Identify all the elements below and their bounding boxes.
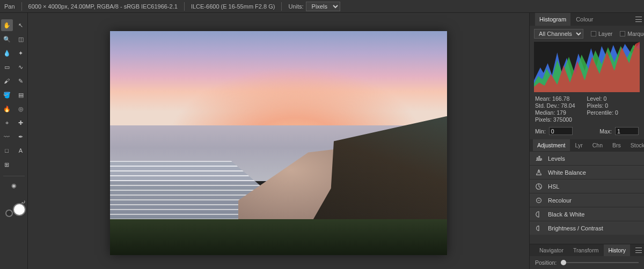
fill-tool[interactable]: 🪣 xyxy=(1,89,13,101)
document-image xyxy=(110,31,447,255)
adjustment-label: HSL xyxy=(548,183,559,190)
max-label: Max: xyxy=(599,128,612,134)
histogram-options: All Channels Layer Marquee xyxy=(530,26,644,42)
background-color[interactable] xyxy=(5,210,13,217)
units-label: Units: xyxy=(288,3,303,10)
smudge-tool[interactable]: 〰 xyxy=(1,131,13,143)
tab-brushes[interactable]: Brs xyxy=(608,139,625,151)
adjustment-label: Brightness / Contrast xyxy=(548,225,603,231)
brush-tool[interactable]: 🖌 xyxy=(1,75,13,87)
divider xyxy=(3,176,25,176)
adjustment-levels[interactable]: Levels xyxy=(530,151,644,165)
tab-layers[interactable]: Lyr xyxy=(571,139,587,151)
heal-tool[interactable]: ✚ xyxy=(15,117,27,129)
auto-tool[interactable]: ✦ xyxy=(15,47,27,59)
tab-adjustment[interactable]: Adjustment xyxy=(533,139,570,151)
adjustment-label: White Balance xyxy=(548,169,586,176)
adjustment-list: LevelsWhite BalanceHSLRecolourBlack & Wh… xyxy=(530,151,644,244)
zoom-tool[interactable]: 🔍 xyxy=(1,33,13,45)
burn-tool[interactable]: 🔥 xyxy=(1,103,13,115)
history-panel-tabs: Navigator Transform History xyxy=(530,244,644,256)
clone-tool[interactable]: ⌖ xyxy=(1,117,13,129)
context-bar: Pan 6000 × 4000px, 24.00MP, RGBA/8 - sRG… xyxy=(0,0,644,13)
gradient-tool[interactable]: ▤ xyxy=(15,89,27,101)
recolour-icon xyxy=(535,197,543,204)
hsl-icon xyxy=(535,183,543,190)
adjustment-label: Levels xyxy=(548,155,565,162)
max-input[interactable] xyxy=(615,127,639,135)
tab-history[interactable]: History xyxy=(604,244,630,256)
divider xyxy=(21,2,22,11)
adjustment-brightness-contrast[interactable]: Brightness / Contrast xyxy=(530,221,644,235)
position-label: Position: xyxy=(535,259,557,266)
histogram-range: Min: Max: xyxy=(530,125,644,139)
hand-tool[interactable]: ✋ xyxy=(1,19,13,31)
bottom-panel: Navigator Transform History Position: xyxy=(530,244,644,269)
move-tool[interactable]: ↖ xyxy=(15,19,27,31)
brightness-contrast-icon xyxy=(535,225,543,232)
tab-channels[interactable]: Chn xyxy=(588,139,607,151)
canvas-area[interactable] xyxy=(28,13,529,269)
tab-stock[interactable]: Stock xyxy=(626,139,644,151)
color-wells: ⤾ xyxy=(2,199,26,218)
divider xyxy=(184,2,185,11)
panel-menu-icon[interactable] xyxy=(635,248,642,253)
tab-navigator[interactable]: Navigator xyxy=(535,244,568,256)
layer-checkbox[interactable]: Layer xyxy=(591,31,612,37)
min-input[interactable] xyxy=(549,127,573,135)
white-balance-icon xyxy=(535,169,543,176)
crop-tool[interactable]: ◫ xyxy=(15,33,27,45)
tab-colour[interactable]: Colour xyxy=(572,13,597,26)
adjustment-black-white[interactable]: Black & White xyxy=(530,207,644,221)
histogram-panel-tabs: Histogram Colour xyxy=(530,13,644,26)
histogram-graph: ⚠ xyxy=(534,42,640,92)
image-info: 6000 × 4000px, 24.00MP, RGBA/8 - sRGB IE… xyxy=(28,3,178,10)
histogram-stats: Mean: 166.78 Level: 0 Std. Dev.: 78.04 P… xyxy=(530,94,644,125)
current-tool-label: Pan xyxy=(4,3,15,10)
adjustment-label: Black & White xyxy=(548,211,584,218)
eyedropper-tool[interactable]: 💧 xyxy=(1,47,13,59)
units-dropdown[interactable]: Pixels xyxy=(306,2,340,11)
adjustment-white-balance[interactable]: White Balance xyxy=(530,165,644,179)
foreground-color[interactable] xyxy=(13,203,26,216)
mesh-tool[interactable]: ⊞ xyxy=(1,159,13,170)
sponge-tool[interactable]: ◎ xyxy=(15,103,27,115)
black-white-icon xyxy=(535,211,543,218)
blank-tool[interactable] xyxy=(15,159,27,170)
adjustment-panel-tabs: Adjustment Lyr Chn Brs Stock xyxy=(530,139,644,151)
toolbox: ✋↖🔍◫💧✦▭∿🖌✎🪣▤🔥◎⌖✚〰✒□A⊞ ◉ ⤾ xyxy=(0,13,28,269)
camera-info: ILCE-6600 (E 16-55mm F2.8 G) xyxy=(191,3,275,10)
min-label: Min: xyxy=(535,128,546,134)
quick-mask[interactable]: ◉ xyxy=(8,180,20,191)
marquee-tool[interactable]: ▭ xyxy=(1,61,13,73)
tab-histogram[interactable]: Histogram xyxy=(535,13,570,26)
history-position-row: Position: xyxy=(530,256,644,269)
text-tool[interactable]: A xyxy=(15,145,27,156)
divider xyxy=(281,2,282,11)
adjustment-hsl[interactable]: HSL xyxy=(530,179,644,193)
pen-tool[interactable]: ✒ xyxy=(15,131,27,143)
right-panel-stack: Histogram Colour All Channels Layer Marq… xyxy=(529,13,644,269)
channel-dropdown[interactable]: All Channels xyxy=(534,29,583,39)
tab-transform[interactable]: Transform xyxy=(569,244,603,256)
history-slider[interactable] xyxy=(561,262,639,263)
adjustment-recolour[interactable]: Recolour xyxy=(530,193,644,207)
panel-menu-icon[interactable] xyxy=(635,17,642,22)
shape-tool[interactable]: □ xyxy=(1,145,13,156)
levels-icon xyxy=(535,155,543,162)
adjustment-label: Recolour xyxy=(548,197,572,204)
pencil-tool[interactable]: ✎ xyxy=(15,75,27,87)
freehand-tool[interactable]: ∿ xyxy=(15,61,27,73)
marquee-checkbox[interactable]: Marquee xyxy=(620,31,644,37)
